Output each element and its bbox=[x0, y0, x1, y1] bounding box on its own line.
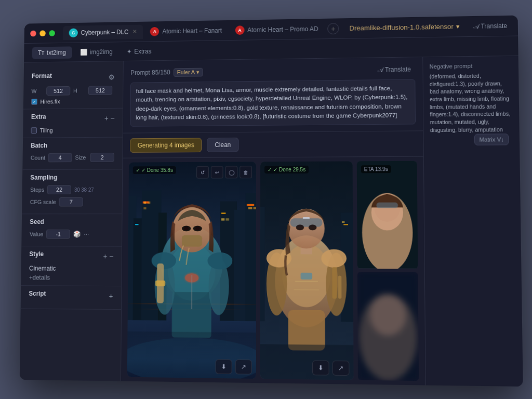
nav-tab-txt2img-label: txt2img bbox=[47, 49, 66, 56]
txt2img-icon: Tт bbox=[38, 49, 44, 57]
hires-fix-checkbox[interactable]: ✓ bbox=[31, 99, 37, 105]
size-label: Size bbox=[75, 154, 87, 161]
seed-value-label: Value bbox=[30, 231, 43, 237]
batch-title: Batch bbox=[31, 141, 114, 149]
nav-tab-img2img[interactable]: ⬜ img2img bbox=[74, 46, 118, 58]
svg-rect-21 bbox=[221, 218, 225, 220]
script-title: Script bbox=[29, 290, 46, 297]
steps-value[interactable]: 22 bbox=[47, 185, 71, 194]
steps-row: Steps 22 30 38 27 bbox=[30, 185, 114, 194]
delete-button-1[interactable]: 🗑 bbox=[240, 166, 252, 178]
hires-fix-label: Hires.fix bbox=[40, 98, 60, 104]
image-card-4 bbox=[357, 272, 419, 381]
seed-value[interactable]: -1 bbox=[46, 230, 71, 239]
seed-row: Value -1 🎲 ··· bbox=[30, 230, 114, 239]
hires-fix-row: ✓ Hires.fix bbox=[31, 98, 115, 104]
done-icon-1: ✓ bbox=[136, 167, 140, 173]
section-seed: Seed Value -1 🎲 ··· bbox=[21, 214, 122, 246]
refresh-button-1[interactable]: ↺ bbox=[196, 166, 209, 179]
image-2-status: ✓ ✓ Done 29.5s bbox=[264, 166, 309, 174]
tab-close-1[interactable]: ✕ bbox=[132, 29, 137, 35]
style-expand-button[interactable]: + bbox=[103, 252, 107, 260]
format-settings-button[interactable]: ⚙ bbox=[109, 74, 115, 81]
image-3-svg bbox=[356, 161, 418, 269]
svg-rect-13 bbox=[221, 212, 226, 214]
width-label: W bbox=[32, 88, 44, 94]
svg-point-73 bbox=[309, 224, 316, 230]
prompt-translate-button[interactable]: 𝒜 Translate bbox=[374, 63, 415, 75]
svg-rect-74 bbox=[301, 273, 312, 280]
seed-more-button[interactable]: ··· bbox=[84, 231, 89, 237]
count-value[interactable]: 4 bbox=[48, 153, 72, 162]
matrix-button[interactable]: Matrix V↓ bbox=[474, 134, 509, 145]
main-content: Format ⚙ W 512 H 512 ✓ Hires.fix Extra bbox=[20, 56, 523, 387]
script-expand-button[interactable]: + bbox=[109, 292, 113, 300]
svg-rect-18 bbox=[143, 202, 146, 204]
close-dot[interactable] bbox=[30, 30, 36, 36]
app-window: C Cyberpunk – DLC ✕ A Atomic Heart – Fan… bbox=[20, 16, 523, 387]
cfg-row: CFG scale 7 bbox=[30, 197, 114, 207]
svg-rect-11 bbox=[135, 224, 138, 225]
undo-button-1[interactable]: ↩ bbox=[211, 166, 223, 179]
svg-rect-14 bbox=[247, 204, 254, 206]
tiling-row: Tiling bbox=[31, 127, 115, 134]
svg-point-35 bbox=[207, 252, 232, 270]
section-batch: Batch Count 4 Size 2 bbox=[22, 137, 122, 170]
svg-rect-49 bbox=[260, 207, 265, 321]
add-tab-button[interactable]: + bbox=[327, 23, 339, 34]
cfg-value[interactable]: 7 bbox=[59, 197, 83, 207]
share-button-2[interactable]: ↗ bbox=[332, 361, 349, 376]
clean-button[interactable]: Clean bbox=[207, 138, 238, 152]
small-cards: ETA 13.9s bbox=[356, 161, 419, 381]
nav-tab-extras[interactable]: ✦ Extras bbox=[121, 45, 157, 57]
face-button-1[interactable]: ◯ bbox=[225, 166, 238, 178]
sampler-dropdown-icon: ▾ bbox=[196, 69, 200, 75]
done-text-1: ✓ Done 35.8s bbox=[141, 167, 173, 173]
section-format: Format ⚙ W 512 H 512 ✓ Hires.fix bbox=[23, 68, 123, 110]
model-name: Dreamlike-diffusion-1.0.safetensor bbox=[350, 23, 454, 32]
header-translate-button[interactable]: 𝒜 Translate bbox=[470, 20, 512, 32]
svg-point-34 bbox=[152, 252, 177, 269]
right-panel: Negative prompt (deformed, distorted, di… bbox=[422, 56, 523, 387]
style-collapse-button[interactable]: − bbox=[109, 252, 113, 260]
translate-icon: 𝒜 bbox=[474, 22, 479, 30]
model-selector[interactable]: Dreamlike-diffusion-1.0.safetensor ▾ bbox=[340, 22, 469, 32]
tiling-checkbox[interactable] bbox=[31, 127, 37, 134]
svg-rect-67 bbox=[338, 276, 342, 299]
height-value[interactable]: 512 bbox=[88, 86, 112, 95]
svg-rect-19 bbox=[148, 202, 150, 204]
prompt-count: Prompt 85/150 bbox=[130, 69, 170, 76]
size-value[interactable]: 2 bbox=[90, 153, 114, 162]
extra-collapse-button[interactable]: − bbox=[111, 115, 115, 122]
prompt-text[interactable]: full face mask and helmet, Mona Lisa, ar… bbox=[130, 79, 416, 127]
section-extra: Extra + − Tiling bbox=[23, 109, 123, 138]
generate-button[interactable]: Generating 4 images bbox=[130, 138, 202, 152]
done-icon-2: ✓ bbox=[268, 167, 272, 172]
format-width-row: W 512 H 512 bbox=[31, 86, 115, 96]
steps-coords: 30 38 27 bbox=[74, 187, 94, 193]
negative-prompt-text[interactable]: (deformed, distorted, disfigured:1.3), p… bbox=[430, 72, 513, 134]
tab-cyberpunk[interactable]: C Cyberpunk – DLC ✕ bbox=[63, 24, 143, 40]
prompt-title: Prompt 85/150 Euler A ▾ bbox=[130, 68, 203, 77]
minimize-dot[interactable] bbox=[39, 30, 46, 36]
extra-title: Extra bbox=[31, 113, 46, 121]
image-1-bottom-actions: ⬇ ↗ bbox=[216, 359, 252, 374]
download-button-1[interactable]: ⬇ bbox=[216, 359, 232, 374]
share-button-1[interactable]: ↗ bbox=[235, 360, 252, 375]
extra-expand-button[interactable]: + bbox=[104, 115, 109, 122]
svg-rect-37 bbox=[155, 281, 165, 286]
svg-point-72 bbox=[296, 224, 304, 230]
city-background-svg bbox=[127, 162, 256, 379]
svg-rect-24 bbox=[254, 207, 257, 209]
nav-tab-txt2img[interactable]: Tт txt2img bbox=[32, 46, 72, 59]
width-value[interactable]: 512 bbox=[46, 86, 70, 96]
tab-atomic-promo[interactable]: A Atomic Heart – Promo AD bbox=[229, 21, 325, 37]
sampler-badge[interactable]: Euler A ▾ bbox=[174, 68, 203, 76]
download-button-2[interactable]: ⬇ bbox=[312, 361, 329, 376]
prompt-header: Prompt 85/150 Euler A ▾ 𝒜 Translate bbox=[130, 63, 415, 78]
svg-rect-39 bbox=[182, 235, 202, 247]
tab-label-1: Cyberpunk – DLC bbox=[81, 28, 129, 36]
maximize-dot[interactable] bbox=[49, 30, 55, 36]
tab-atomic-fanart[interactable]: A Atomic Heart – Fanart bbox=[144, 23, 228, 38]
seed-random-button[interactable]: 🎲 bbox=[73, 231, 81, 237]
